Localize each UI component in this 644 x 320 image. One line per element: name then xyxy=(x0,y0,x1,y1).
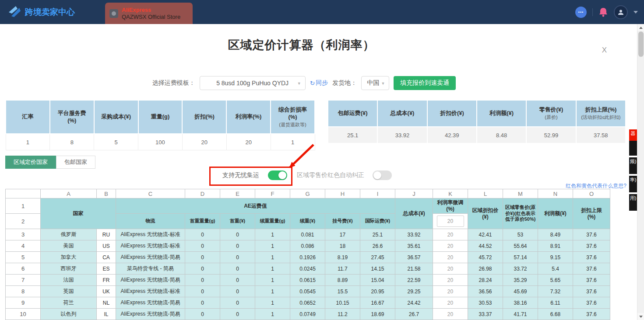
params-header-cell: 汇率 xyxy=(6,100,50,134)
margin-adjust-cell[interactable]: 20 xyxy=(433,229,468,240)
sheet-cell: 荷兰 xyxy=(41,297,97,309)
sheet-cell: 26.6 xyxy=(360,240,395,252)
sheet-cell: 41.71 xyxy=(503,309,538,320)
row-number: 1 xyxy=(6,198,41,214)
logistics-header: 物流 xyxy=(116,214,185,229)
margin-adjust-cell[interactable]: 20 xyxy=(433,297,468,309)
column-letter: L xyxy=(468,189,503,198)
seller-center-logo-icon xyxy=(8,5,21,19)
sheet-cell: 17 xyxy=(325,229,360,240)
tab-free-shipping-countries[interactable]: 包邮国家 xyxy=(56,156,95,169)
margin-adjust-cell[interactable]: 20 xyxy=(433,275,468,286)
sheet-cell: 0 xyxy=(220,229,255,240)
row-number: 7 xyxy=(6,275,41,286)
column-letter: B xyxy=(97,189,116,198)
margin-adjust-input[interactable] xyxy=(437,216,464,227)
params-header-cell: 平台服务费(%) xyxy=(50,100,94,134)
sheet-cell: 1 xyxy=(255,275,290,286)
tab-region-pricing-countries[interactable]: 区域定价国家 xyxy=(5,156,56,169)
worry-free-consolidation-toggle[interactable] xyxy=(268,170,287,180)
store-favicon-icon xyxy=(109,9,118,18)
sheet-cell: 0 xyxy=(220,309,255,320)
sheet-cell: 1 xyxy=(255,297,290,309)
sheet-cell: 38.16 xyxy=(503,297,538,309)
sheet-cell: 8.89 xyxy=(325,275,360,286)
triangle-up-icon xyxy=(639,27,643,29)
column-letter: M xyxy=(503,189,538,198)
row-number: 9 xyxy=(6,297,41,309)
background-tool-button[interactable] xyxy=(629,141,637,156)
params-header-cell: 利润率(%) xyxy=(226,100,271,134)
margin-adjust-cell[interactable]: 20 xyxy=(433,309,468,320)
results-header-cell: 零售价(¥)(原价) xyxy=(526,100,576,127)
sheet-cell: AliExpress 无忧物流-标准 xyxy=(116,229,185,240)
background-tool-button[interactable]: 率) xyxy=(629,176,637,192)
page-title: 区域定价计算器（利润率） xyxy=(0,37,603,53)
scrollbar-thumb[interactable] xyxy=(638,31,644,57)
notifications-bell-icon[interactable] xyxy=(598,7,608,17)
auto-correct-toggle-label: 区域零售价红色自动纠正 xyxy=(297,171,364,179)
sheet-cell: AliExpress 无忧物流-简易 xyxy=(116,275,185,286)
sheet-cell: 57.14 xyxy=(503,252,538,263)
sheet-row: 6西班牙ES菜鸟特货专线 - 简易0010.024511.714.1521.58… xyxy=(6,263,610,275)
margin-adjust-cell[interactable]: 20 xyxy=(433,263,468,275)
sheet-cell: 14.15 xyxy=(360,263,395,275)
params-header-cell: 采购成本(¥) xyxy=(94,100,138,134)
first-fee-header: 首重(¥) xyxy=(220,214,255,229)
seller-center-brand[interactable]: 跨境卖家中心 xyxy=(8,5,75,19)
messages-icon[interactable]: ••• xyxy=(575,7,587,18)
sheet-cell: 26.7 xyxy=(395,309,433,320)
margin-adjust-cell[interactable]: 20 xyxy=(433,286,468,297)
cont-weight-header: 续重重量(g) xyxy=(255,214,290,229)
sheet-cell: 45.72 xyxy=(468,252,503,263)
row-number: 3 xyxy=(6,229,41,240)
user-avatar[interactable] xyxy=(614,5,628,19)
pricing-calculator-modal: 区域定价计算器（利润率） X 选择运费模板： 5 8usd 100g PuHuo… xyxy=(0,24,629,320)
fill-quote-button[interactable]: 填充报价到速卖通 xyxy=(394,76,456,90)
column-letter: A xyxy=(41,189,97,198)
margin-adjust-cell[interactable]: 20 xyxy=(433,240,468,252)
retail-auto-correct-toggle[interactable] xyxy=(373,170,392,180)
sheet-cell: 6.68 xyxy=(538,309,573,320)
sheet-cell: 37.6 xyxy=(573,275,610,286)
vertical-scrollbar[interactable] xyxy=(637,24,644,320)
sync-link[interactable]: ↻ 同步 xyxy=(310,79,328,87)
shipping-template-select[interactable]: 5 8usd 100g PuHuo QYDJ ▼ xyxy=(200,76,306,90)
sheet-cell: 15.5 xyxy=(325,286,360,297)
background-tool-button[interactable]: 频) xyxy=(629,157,637,174)
column-letter: O xyxy=(573,189,610,198)
sheet-row: 3俄罗斯RUAliExpress 无忧物流-标准0010.0811725.133… xyxy=(6,229,610,240)
margin-adjust-cell[interactable]: 20 xyxy=(433,252,468,263)
sheet-cell: 菜鸟特货专线 - 简易 xyxy=(116,263,185,275)
sheet-cell: NL xyxy=(97,297,116,309)
sheet-cell: 18 xyxy=(325,240,360,252)
tabs: 区域定价国家包邮国家 xyxy=(5,156,95,169)
store-tab[interactable]: AliExpress QAZWSX Official Store xyxy=(105,3,193,24)
sheet-cell: 0.081 xyxy=(290,229,325,240)
params-header-cell: 综合折损率(%)(退货退款等) xyxy=(271,100,315,134)
results-header-row: 包邮运费(¥)总成本(¥)折扣价(¥)利润额(¥)零售价(¥)(原价)折扣上限(… xyxy=(328,100,626,127)
column-letter: H xyxy=(325,189,360,198)
sheet-cell: 加拿大 xyxy=(41,252,97,263)
background-tool-button[interactable]: 器 xyxy=(629,129,637,141)
ship-from-select[interactable]: 中国 ▼ xyxy=(361,76,389,90)
scroll-up-button[interactable] xyxy=(637,24,644,31)
sheet-cell: 俄罗斯 xyxy=(41,229,97,240)
scroll-down-button[interactable] xyxy=(637,313,644,320)
results-header-cell: 利润额(¥) xyxy=(477,100,526,127)
sheet-cell: 33.37 xyxy=(468,309,503,320)
row-number: 10 xyxy=(6,309,41,320)
country-header: 国家 xyxy=(41,198,116,229)
background-tool-button[interactable]: 用) xyxy=(629,194,637,211)
margin-adjust-input-cell xyxy=(433,214,468,229)
page: 跨境卖家中心 AliExpress QAZWSX Official Store … xyxy=(0,0,644,320)
row-number: 2 xyxy=(6,214,41,229)
sheet-cell: 1 xyxy=(255,286,290,297)
total-cost-header: 总成本(¥) xyxy=(395,198,433,229)
pricing-sheet: ABCDEFGHIJKLMNO 1 国家 AE运费值 总成本(¥) 利润率微调(… xyxy=(5,189,610,320)
template-label: 选择运费模板： xyxy=(152,79,195,87)
sheet-cell: AliExpress 无忧物流-简易 xyxy=(116,252,185,263)
sheet-cell: 0 xyxy=(220,275,255,286)
params-value-cell: 1 xyxy=(271,134,315,150)
close-button[interactable]: X xyxy=(602,46,607,55)
